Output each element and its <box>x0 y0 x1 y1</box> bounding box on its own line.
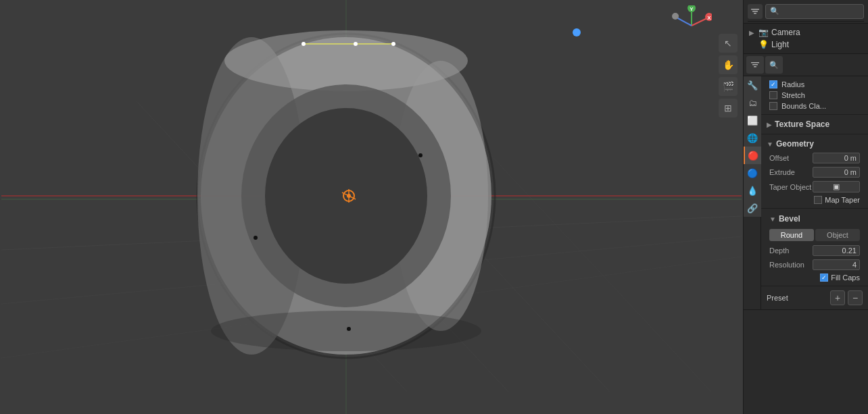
offset-row: Offset 0 m <box>767 151 863 165</box>
prop-icon-particles[interactable]: 💧 <box>744 182 761 199</box>
svg-rect-40 <box>752 11 758 12</box>
viewport-canvas <box>0 0 743 414</box>
blue-dot <box>573 28 581 36</box>
offset-value[interactable]: 0 m <box>813 153 860 163</box>
prop-icon-physics[interactable]: 🔗 <box>744 199 761 217</box>
preset-add-button[interactable]: + <box>830 290 845 305</box>
right-panel: 🔍 ▶ 📷 Camera ▶ 💡 Light <box>743 0 868 414</box>
toolbar-camera-icon[interactable]: 🎬 <box>719 77 738 96</box>
stretch-checkbox[interactable] <box>769 91 777 99</box>
prop-icon-material[interactable]: 🔴 <box>744 147 761 164</box>
gizmo[interactable]: Y X <box>671 5 712 46</box>
taper-object-button[interactable]: ▣ <box>813 181 860 192</box>
prop-icon-mesh[interactable]: 🌐 <box>744 129 761 147</box>
svg-rect-41 <box>754 13 756 14</box>
geometry-arrow: ▼ <box>767 140 773 148</box>
map-taper-checkbox[interactable] <box>814 196 822 204</box>
bounds-clamp-checkbox[interactable] <box>769 102 777 110</box>
outliner-item-camera[interactable]: ▶ 📷 Camera <box>744 26 868 38</box>
geometry-header[interactable]: ▼ Geometry <box>767 137 863 151</box>
search-input[interactable] <box>781 6 859 17</box>
prop-icon-modifier[interactable]: 🔵 <box>744 164 761 182</box>
properties-panel: 🔍 🔧 🗂 ⬜ 🌐 🔴 🔵 💧 🔗 ✓ Radius <box>744 54 868 414</box>
texture-space-section: ▶ Texture Space <box>761 115 868 134</box>
bevel-mode-buttons: Round Object <box>769 229 860 241</box>
preset-label: Preset <box>767 294 788 302</box>
stretch-row: Stretch <box>767 90 863 101</box>
outliner-arrow-camera: ▶ <box>749 29 754 36</box>
spline-settings-section: ✓ Radius Stretch Bounds Cla... <box>761 76 868 115</box>
depth-value[interactable]: 0.21 <box>813 245 860 256</box>
geometry-section: ▼ Geometry Offset 0 m Extrude 0 m <box>761 134 868 209</box>
properties-search-icon[interactable]: 🔍 <box>765 56 783 74</box>
outliner-label-camera: Camera <box>771 28 800 37</box>
extrude-value[interactable]: 0 m <box>813 167 860 178</box>
taper-object-icon: ▣ <box>833 182 840 191</box>
offset-label: Offset <box>769 154 789 162</box>
svg-line-6 <box>677 18 692 26</box>
resolution-value[interactable]: 4 <box>813 259 860 270</box>
extrude-label: Extrude <box>769 168 795 176</box>
prop-icon-object[interactable]: ⬜ <box>744 111 761 129</box>
map-taper-label: Map Taper <box>825 196 860 204</box>
object-button[interactable]: Object <box>815 229 860 241</box>
panel-topbar: 🔍 <box>748 1 864 22</box>
props-content: ✓ Radius Stretch Bounds Cla... ▶ <box>761 76 868 309</box>
search-icon: 🔍 <box>770 7 779 16</box>
light-icon: 💡 <box>758 40 769 49</box>
fill-caps-row: ✓ Fill Caps <box>767 272 863 283</box>
depth-row: Depth 0.21 <box>767 244 863 257</box>
svg-text:X: X <box>707 15 711 21</box>
round-button[interactable]: Round <box>769 229 814 241</box>
outliner-search-bar: 🔍 <box>744 0 868 24</box>
bevel-header[interactable]: ▼ Bevel <box>767 211 863 226</box>
bevel-arrow: ▼ <box>769 215 776 223</box>
texture-space-arrow: ▶ <box>767 121 772 128</box>
prop-sidebar: 🔧 🗂 ⬜ 🌐 🔴 🔵 💧 🔗 <box>744 76 761 309</box>
bevel-section: ▼ Bevel Round Object Depth 0.21 <box>761 209 868 286</box>
fill-caps-checkbox[interactable]: ✓ <box>820 274 828 282</box>
resolution-row: Resolution 4 <box>767 258 863 271</box>
properties-filter-icon[interactable] <box>746 56 764 74</box>
svg-point-7 <box>672 13 679 20</box>
panel-topbar-icons <box>748 4 763 19</box>
bounds-clamp-row: Bounds Cla... <box>767 101 863 111</box>
svg-rect-43 <box>752 64 758 66</box>
radius-row: ✓ Radius <box>767 79 863 90</box>
camera-icon: 📷 <box>758 28 769 37</box>
radius-label: Radius <box>781 80 804 88</box>
preset-remove-button[interactable]: − <box>848 290 863 305</box>
toolbar-cursor-icon[interactable]: ↖ <box>719 34 738 53</box>
properties-topbar: 🔍 <box>744 54 868 76</box>
preset-section: Preset + − <box>761 286 868 309</box>
preset-buttons: + − <box>830 290 863 305</box>
taper-object-row: Taper Object ▣ <box>767 180 863 194</box>
map-taper-row: Map Taper <box>767 195 863 205</box>
geometry-label: Geometry <box>776 139 814 149</box>
viewport-toolbar: ↖ ✋ 🎬 ⊞ <box>719 34 738 118</box>
extrude-row: Extrude 0 m <box>767 165 863 179</box>
resolution-label: Resolution <box>769 261 804 269</box>
svg-text:Y: Y <box>690 6 694 12</box>
prop-icon-scene[interactable]: 🗂 <box>744 94 761 111</box>
toolbar-grid-icon[interactable]: ⊞ <box>719 99 738 118</box>
bounds-clamp-label: Bounds Cla... <box>781 102 826 110</box>
prop-icon-tools[interactable]: 🔧 <box>744 76 761 94</box>
outliner-item-light[interactable]: ▶ 💡 Light <box>744 38 868 51</box>
svg-rect-44 <box>754 66 756 68</box>
depth-label: Depth <box>769 247 789 255</box>
radius-checkbox[interactable]: ✓ <box>769 80 777 88</box>
toolbar-move-icon[interactable]: ✋ <box>719 55 738 74</box>
outliner-label-light: Light <box>771 40 789 49</box>
bevel-label: Bevel <box>779 214 800 224</box>
viewport[interactable]: Y X <box>0 0 743 414</box>
filter-icon[interactable] <box>748 4 763 19</box>
texture-space-label: Texture Space <box>775 120 829 129</box>
texture-space-header[interactable]: ▶ Texture Space <box>767 118 863 131</box>
fill-caps-label: Fill Caps <box>831 274 860 282</box>
prop-icon-bar: 🔧 🗂 ⬜ 🌐 🔴 🔵 💧 🔗 ✓ Radius <box>744 76 868 310</box>
svg-rect-39 <box>751 9 759 10</box>
preset-row: Preset + − <box>767 289 863 307</box>
svg-rect-42 <box>751 62 759 63</box>
stretch-label: Stretch <box>781 91 805 99</box>
